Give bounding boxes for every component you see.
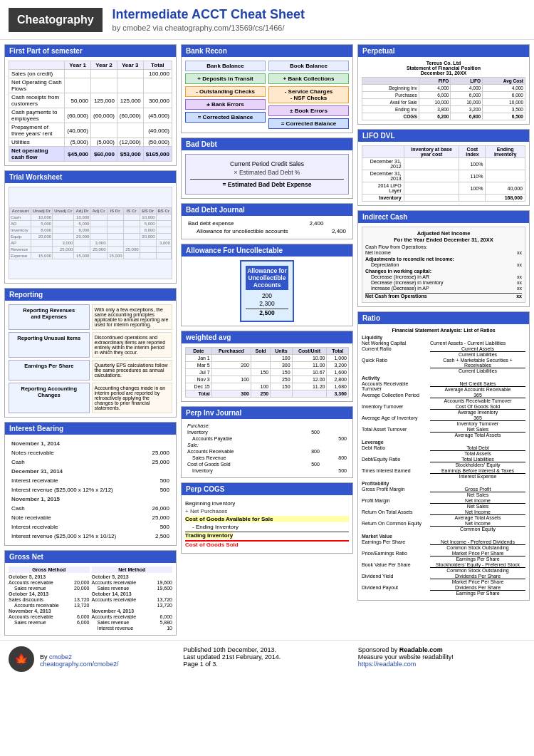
rep-revenues-right: With only a few exceptions, the same acc… xyxy=(92,304,173,330)
ratio-section-activity: Activity xyxy=(362,376,525,380)
list-item: Debt/Equity RatioTotal LiabilitiesStockh… xyxy=(362,457,525,467)
indirect-cash-card: Indirect Cash Adjusted Net IncomeFor the… xyxy=(357,210,530,307)
list-item: Dividend PayoutDividends Per ShareEarnin… xyxy=(362,585,525,596)
col1: First Part of semester Year 1Year 2Year … xyxy=(4,44,177,636)
gross-net-grid: Gross Method October 5, 2013 Accounts re… xyxy=(9,566,172,631)
table-row: Cash xyxy=(10,504,145,512)
list-item: Net Working CapitalCurrent Assets - Curr… xyxy=(362,341,525,346)
table-row: 25,000 xyxy=(146,449,172,457)
perp-inv-journal-card: Perp Inv Journal Purchase: Inventory500 … xyxy=(181,406,353,478)
table-row: Utilities(5,000)(5,000)(12,000)(50,000) xyxy=(9,138,172,147)
ib-date: November 1, 2015 xyxy=(10,495,171,503)
bank-corrected: = Corrected Balance xyxy=(185,112,266,123)
table-row: 2,500 xyxy=(146,532,172,540)
table-row: Allowance for uncollectible accounts 2,4… xyxy=(185,227,349,235)
gross-net-header: Gross Net xyxy=(5,551,176,563)
perp-cogs-header: Perp COGS xyxy=(182,483,352,495)
table-row: Bad debt expense 2,400 xyxy=(185,219,349,227)
table-row: Mar 520030011.003,200 xyxy=(186,362,349,369)
rep-changes-left: Reporting Accounting Changes xyxy=(9,383,90,413)
indirect-section: Changes in working capital: xyxy=(365,269,522,274)
journal-table: Bad debt expense 2,400 Allowance for unc… xyxy=(185,219,349,235)
main-grid: First Part of semester Year 1Year 2Year … xyxy=(0,40,534,640)
indirect-line: Increase (Decrease) in APxx xyxy=(365,286,522,291)
indirect-subtitle: Cash Flow from Operations: xyxy=(365,244,522,249)
table-row: Cost of Goods Sold500 xyxy=(185,461,349,467)
ratio-section-market: Market Value xyxy=(362,534,525,539)
list-item: Accounts receivable 13,720 xyxy=(9,603,90,608)
bad-debt-header: Bad Debt xyxy=(182,138,352,150)
list-item: Average Age of Inventory365Inventory Tur… xyxy=(362,415,525,426)
interest-bearing-card: Interest Bearing November 1, 2014 Notes … xyxy=(4,422,177,546)
table-row: Sales (on credit)100,000 xyxy=(9,70,172,78)
list-item: Accounts receivable 6,000 xyxy=(92,614,173,619)
cogs-line: Cost of Goods Sold xyxy=(185,540,349,548)
author-url[interactable]: cheatography.com/cmobe2/ xyxy=(40,661,118,668)
table-row: Accounts Receivable800 xyxy=(185,448,349,455)
list-item: Accounts receivable 13,720 xyxy=(92,597,173,602)
list-item: Debt RatioTotal DebtTotal Assets xyxy=(362,445,525,456)
col2: Bank Recon Bank Balance + Deposits in Tr… xyxy=(181,44,353,636)
book-balance: Book Balance xyxy=(268,61,349,71)
list-item: Average Collection Period365Accounts Rec… xyxy=(362,393,525,403)
list-item: Accounts receivable 6,000 xyxy=(9,614,90,619)
footer-sponsor: Sponsored by Readable.com Measure your w… xyxy=(358,646,525,675)
list-item: Price/Earnings RatioMarket Price Per Sha… xyxy=(362,551,525,561)
ratio-section-leverage: Leverage xyxy=(362,440,525,445)
weighted-avg-header: weighted avg xyxy=(182,331,352,343)
table-row: Note receivable xyxy=(10,514,145,522)
ratio-body: Financial Statement Analysis: List of Ra… xyxy=(358,324,529,600)
table-row: Ending Inv3,8003,2003,500 xyxy=(362,106,525,113)
rep-eps-left: Earnings Per Share xyxy=(9,360,90,380)
gn-date: October 14, 2013 xyxy=(92,591,173,596)
logo: Cheatography xyxy=(9,8,103,32)
page-header: Cheatography Intermediate ACCT Cheat She… xyxy=(0,0,534,40)
formula-line2: × Estimated Bad Debt % xyxy=(190,169,344,176)
col3: Perpetual Tereus Co. LtdStatement of Fin… xyxy=(357,44,530,636)
rep-unusual-right: Discontinued operations and extraordinar… xyxy=(92,332,173,358)
header-subtitle: by cmobe2 via cheatography.com/13569/cs/… xyxy=(112,24,305,32)
perp-cogs-card: Perp COGS Beginning inventory + Net Purc… xyxy=(181,482,353,554)
sponsor-name: Readable.com xyxy=(399,646,443,653)
table-row: 2014 LIFO Layer100%40,000 xyxy=(362,182,525,195)
formula-line1: Current Period Credit Sales xyxy=(190,160,344,167)
gn-date: October 5, 2013 xyxy=(92,574,173,579)
list-item: Book Value Per ShareStockholders' Equity… xyxy=(362,562,525,573)
cogs-line: + Net Purchases xyxy=(185,508,349,514)
author-link[interactable]: cmobe2 xyxy=(49,653,72,661)
rep-unusual-left: Reporting Unusual Items xyxy=(9,332,90,358)
allowance-line: 200 xyxy=(246,292,288,299)
table-row: Sale: xyxy=(185,442,349,448)
table-row: Jan 110010.001,000 xyxy=(186,355,349,362)
bank-recon-grid: Bank Balance + Deposits in Transit - Out… xyxy=(185,61,349,129)
book-collections: + Bank Collections xyxy=(268,73,349,84)
footer-author-wrap: 🍁 By cmobe2 cheatography.com/cmobe2/ xyxy=(9,646,176,675)
table-row: Net Operating Cash Flows xyxy=(9,78,172,93)
footer-sponsor-label: Sponsored by Readable.com xyxy=(358,646,525,653)
bank-recon-header: Bank Recon xyxy=(182,45,352,57)
wavg-table: DatePurchasedSoldUnitsCost/UnitTotal Jan… xyxy=(185,347,349,398)
trial-worksheet-header: Trial Worksheet xyxy=(5,171,176,183)
trial-worksheet-card: Trial Worksheet Account Unadj Dr Unadj C… xyxy=(4,170,177,284)
book-corrected: = Corrected Balance xyxy=(268,118,349,129)
sponsor-link[interactable]: https://readable.com xyxy=(358,661,417,668)
list-item: Accounts receivable 20,000 xyxy=(9,580,90,585)
footer-author: 🍁 By cmobe2 cheatography.com/cmobe2/ xyxy=(9,646,176,675)
bad-debt-journal-body: Bad debt expense 2,400 Allowance for unc… xyxy=(182,216,352,239)
table-row: Purchases6,0006,0006,000 xyxy=(362,92,525,99)
net-method-col: Net Method October 5, 2013 Accounts rece… xyxy=(92,566,173,631)
indirect-title: Adjusted Net IncomeFor the Year Ended De… xyxy=(365,230,522,243)
table-row: Inventory500 xyxy=(185,429,349,435)
indirect-line: Net Incomexx xyxy=(365,250,522,255)
gross-method-title: Gross Method xyxy=(9,566,90,573)
page-title: Intermediate ACCT Cheat Sheet xyxy=(112,7,305,22)
lifo-dvl-card: LIFO DVL Inventory at base year costCost… xyxy=(357,129,530,206)
list-item: Gross Profit MarginGross ProfitNet Sales xyxy=(362,487,525,497)
allowance-line: 2,300 xyxy=(246,300,288,307)
net-method-title: Net Method xyxy=(92,566,173,573)
perp-inv-journal-header: Perp Inv Journal xyxy=(182,407,352,419)
cogs-line: Cost of Goods Available for Sale xyxy=(185,516,349,522)
first-part-body: Year 1Year 2Year 3Total Sales (on credit… xyxy=(5,57,176,165)
table-row: Cash receipts from customers50,000125,00… xyxy=(9,93,172,108)
first-part-card: First Part of semester Year 1Year 2Year … xyxy=(4,44,177,166)
